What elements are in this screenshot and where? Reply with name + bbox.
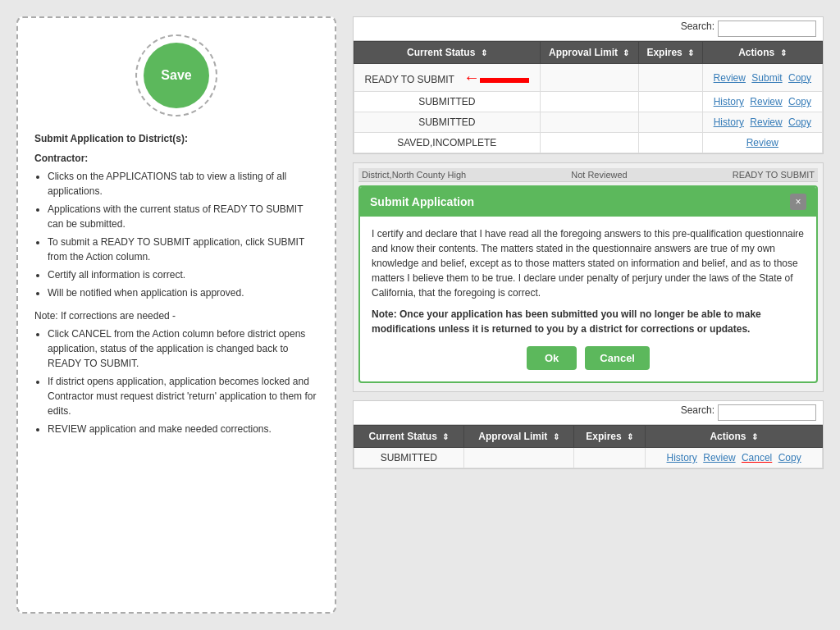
actions-cell: Review Submit Copy — [702, 64, 822, 92]
dialog-close-button[interactable]: × — [790, 194, 806, 210]
district-bar: District,North County High Not Reviewed … — [358, 168, 818, 182]
sort-icon: ⇕ — [687, 48, 694, 57]
right-panel: Search: Current Status ⇕ Approval Limit … — [353, 16, 824, 614]
top-search-label: Search: — [681, 21, 714, 37]
expires-cell — [638, 64, 702, 92]
col-actions[interactable]: Actions ⇕ — [702, 42, 822, 64]
status-cell: SAVED,INCOMPLETE — [354, 133, 541, 153]
copy-link[interactable]: Copy — [788, 116, 811, 128]
expires-cell — [574, 448, 646, 468]
sort-icon: ⇕ — [780, 48, 787, 57]
col-approval-limit[interactable]: Approval Limit ⇕ — [463, 426, 573, 448]
save-button[interactable]: Save — [144, 43, 209, 108]
history-link[interactable]: History — [714, 116, 744, 128]
expires-cell — [638, 133, 702, 153]
review-link[interactable]: Review — [750, 96, 782, 107]
actions-cell: History Review Copy — [702, 112, 822, 133]
review-link[interactable]: Review — [750, 116, 782, 128]
cancel-link[interactable]: Cancel — [742, 452, 772, 463]
col-current-status[interactable]: Current Status ⇕ — [354, 426, 464, 448]
ok-button[interactable]: Ok — [527, 346, 577, 370]
copy-link[interactable]: Copy — [788, 72, 811, 84]
dialog-buttons: Ok Cancel — [372, 346, 805, 370]
list-item: To submit a READY TO SUBMIT application,… — [48, 235, 318, 264]
dialog-note: Note: Once your application has been sub… — [372, 307, 805, 336]
note-heading: Note: If corrections are needed - — [34, 308, 318, 323]
approval-limit-cell — [540, 64, 638, 92]
note-bullets: Click CANCEL from the Action column befo… — [48, 326, 318, 436]
history-link[interactable]: History — [667, 452, 697, 463]
sort-icon: ⇕ — [553, 432, 559, 441]
red-arrow-icon: ←▬▬▬ — [463, 68, 529, 87]
sort-icon: ⇕ — [627, 432, 633, 441]
history-link[interactable]: History — [714, 96, 744, 107]
col-approval-limit[interactable]: Approval Limit ⇕ — [540, 42, 638, 64]
bottom-search-input[interactable] — [718, 404, 816, 421]
dialog-body: I certify and declare that I have read a… — [372, 226, 805, 336]
approval-limit-cell — [463, 448, 573, 468]
table-row: SUBMITTED History Review Copy — [354, 92, 823, 112]
table-row: SAVED,INCOMPLETE Review — [354, 133, 823, 153]
left-panel-content: Submit Application to District(s): Contr… — [34, 131, 318, 445]
review-link[interactable]: Review — [746, 137, 778, 148]
approval-limit-cell — [540, 133, 638, 153]
bottom-search-row: Search: — [354, 401, 823, 425]
bottom-table-section: Search: Current Status ⇕ Approval Limit … — [353, 400, 824, 469]
list-item: Click CANCEL from the Action column befo… — [48, 326, 318, 371]
col-expires[interactable]: Expires ⇕ — [638, 42, 702, 64]
submit-link[interactable]: Submit — [751, 72, 782, 84]
list-item: Will be notified when application is app… — [48, 285, 318, 300]
actions-cell: History Review Cancel Copy — [646, 448, 823, 468]
expires-cell — [638, 112, 702, 133]
list-item: Clicks on the APPLICATIONS tab to view a… — [48, 169, 318, 199]
table-row: READY TO SUBMIT ←▬▬▬ Review Submit Copy — [354, 64, 823, 92]
copy-link[interactable]: Copy — [788, 96, 811, 107]
list-item: Certify all information is correct. — [48, 267, 318, 282]
save-circle-outer: Save — [135, 34, 217, 116]
expires-cell — [638, 92, 702, 112]
status-cell: SUBMITTED — [354, 448, 464, 468]
district-label: District,North County High — [362, 170, 466, 180]
list-item: If district opens application, applicati… — [48, 374, 318, 418]
review-link[interactable]: Review — [703, 452, 735, 463]
actions-cell: Review — [702, 133, 822, 153]
sort-icon: ⇕ — [481, 48, 487, 57]
not-reviewed-label: Not Reviewed — [571, 170, 627, 180]
approval-limit-cell — [540, 92, 638, 112]
sort-icon: ⇕ — [751, 432, 758, 441]
contractor-heading: Contractor: — [34, 151, 318, 166]
save-circle-wrapper: Save — [34, 34, 318, 116]
status-cell: READY TO SUBMIT ←▬▬▬ — [354, 64, 541, 92]
dialog-header: Submit Application × — [360, 187, 816, 217]
dialog-body-text: I certify and declare that I have read a… — [372, 228, 804, 299]
col-actions[interactable]: Actions ⇕ — [646, 426, 823, 448]
top-table: Current Status ⇕ Approval Limit ⇕ Expire… — [354, 41, 823, 153]
ready-to-submit-label: READY TO SUBMIT — [733, 170, 815, 180]
left-panel: Save Submit Application to District(s): … — [16, 16, 336, 614]
actions-cell: History Review Copy — [702, 92, 822, 112]
table-header-row: Current Status ⇕ Approval Limit ⇕ Expire… — [354, 42, 823, 64]
cancel-button[interactable]: Cancel — [585, 346, 650, 370]
table-row: SUBMITTED History Review Cancel Copy — [354, 448, 823, 468]
submit-heading: Submit Application to District(s): — [34, 131, 318, 146]
bottom-search-label: Search: — [681, 404, 714, 421]
review-link[interactable]: Review — [714, 72, 746, 84]
dialog-title: Submit Application — [370, 195, 474, 208]
submit-dialog: Submit Application × I certify and decla… — [358, 185, 818, 383]
col-expires[interactable]: Expires ⇕ — [574, 426, 646, 448]
sort-icon: ⇕ — [442, 432, 449, 441]
top-search-row: Search: — [354, 17, 823, 41]
approval-limit-cell — [540, 112, 638, 133]
top-table-section: Search: Current Status ⇕ Approval Limit … — [353, 16, 824, 154]
bottom-table: Current Status ⇕ Approval Limit ⇕ Expire… — [354, 425, 823, 468]
status-cell: SUBMITTED — [354, 112, 541, 133]
col-current-status[interactable]: Current Status ⇕ — [354, 42, 541, 64]
list-item: Applications with the current status of … — [48, 202, 318, 231]
status-cell: SUBMITTED — [354, 92, 541, 112]
copy-link[interactable]: Copy — [778, 452, 801, 463]
table-header-row: Current Status ⇕ Approval Limit ⇕ Expire… — [354, 426, 823, 448]
modal-area: District,North County High Not Reviewed … — [353, 162, 824, 392]
list-item: REVIEW application and make needed corre… — [48, 422, 318, 436]
contractor-bullets: Clicks on the APPLICATIONS tab to view a… — [48, 169, 318, 300]
top-search-input[interactable] — [718, 21, 816, 37]
